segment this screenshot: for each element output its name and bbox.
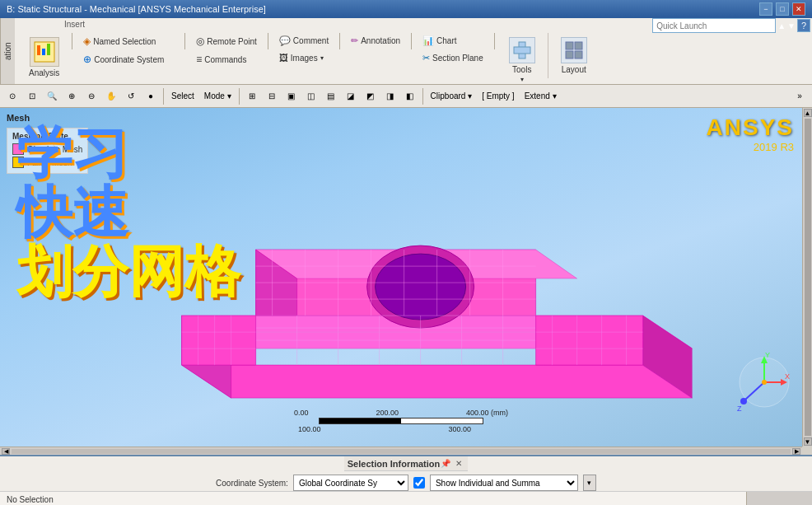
chart-icon: 📊 [422,35,434,46]
svg-marker-47 [536,316,643,365]
legend-obsolete: Obsolete Mesh [12,143,82,155]
filter-btn4[interactable]: ◫ [302,87,320,105]
h-scroll-right[interactable]: ▶ [792,448,800,455]
minimize-button[interactable]: − [759,2,772,16]
pin-icon[interactable]: 📌 [440,458,451,470]
analysis-button[interactable]: Analysis [21,33,67,82]
coordinate-system-select[interactable]: Global Coordinate Sy [293,475,408,491]
panel-close-icon[interactable]: ✕ [453,458,464,470]
select-mode-button[interactable]: Select [167,87,198,105]
annotation-button[interactable]: ✏ Annotation [347,33,404,49]
mesh-legend: Meshing State Obsolete Mesh Failed Mesh [7,128,88,174]
dropdown-arrow-btn[interactable]: ▾ [583,475,596,491]
h-scroll-left[interactable]: ◀ [2,448,10,455]
insert-label: Insert [64,20,85,29]
named-selection-icon: ◈ [83,35,91,47]
window-controls: − □ ✕ [759,2,805,16]
filter-btn8[interactable]: ◨ [381,87,399,105]
tools-icon [509,37,535,63]
pan-button[interactable]: ✋ [102,87,120,105]
comment-icon: 💬 [279,35,291,46]
layout-icon-svg [564,40,584,60]
images-icon: 🖼 [279,53,288,63]
images-button[interactable]: 🖼 Images ▾ [275,50,333,65]
commands-button[interactable]: ≡ Commands [192,51,261,68]
annotation-icon: ✏ [351,35,358,46]
sphere-button[interactable]: ● [142,87,160,105]
chart-button[interactable]: 📊 Chart [418,33,488,49]
rotate-button[interactable]: ↺ [122,87,140,105]
filter-box-btn[interactable]: ⊞ [243,87,261,105]
filter-btn7[interactable]: ◩ [362,87,380,105]
bottom-right-scrollbar [746,492,812,505]
svg-rect-6 [566,42,573,49]
analysis-icon-svg [31,39,58,65]
scroll-up-btn[interactable]: ▲ [804,109,812,117]
layout-button[interactable]: Layout [553,33,595,78]
bottom-bar: Selection Information 📌 ✕ Coordinate Sys… [0,455,812,491]
filter-btn5[interactable]: ▤ [322,87,340,105]
ansys-version-text: 2019 R3 [707,141,794,153]
mode-button[interactable]: Mode ▾ [200,87,236,105]
zoom-region-button[interactable]: 🔍 [43,87,61,105]
ribbon-group-named-selection: ◈ Named Selection ⊕ Coordinate System [74,33,183,68]
filter-btn9[interactable]: ◧ [401,87,419,105]
zoom-fit-button[interactable]: ⊙ [3,87,21,105]
scroll-thumb[interactable] [805,119,811,436]
remote-point-icon: ◎ [196,35,204,47]
svg-rect-7 [575,42,582,49]
failed-color [12,157,24,168]
tools-button[interactable]: Tools ▾ [502,33,543,87]
ribbon-group-analysis: Analysis [18,33,70,82]
section-plane-button[interactable]: ✂ Section Plane [418,50,488,66]
ribbon-group-tools: Tools ▾ [497,33,548,87]
svg-marker-10 [182,365,693,398]
images-dropdown: ▾ [320,54,324,62]
svg-point-18 [376,254,466,320]
selection-info-title: Selection Information [348,459,440,469]
clipboard-button[interactable]: Clipboard ▾ [427,87,477,105]
coordinate-axes: Y X Z [734,352,796,414]
ansys-logo: ANSYS 2019 R3 [707,115,794,153]
zoom-in-button[interactable]: ⊕ [63,87,81,105]
ribbon-group-layout: Layout [548,33,600,78]
obsolete-color [12,143,24,155]
filter-btn2[interactable]: ⊟ [263,87,281,105]
maximize-button[interactable]: □ [776,2,789,16]
separator2 [239,88,240,105]
extend-button[interactable]: Extend ▾ [520,87,561,105]
titlebar: B: Static Structural - Mechanical [ANSYS… [0,0,812,18]
svg-text:Z: Z [737,404,742,413]
filter-btn3[interactable]: ▣ [282,87,301,105]
empty-button[interactable]: [ Empty ] [478,87,518,105]
layout-icon [561,37,587,63]
bottom-panel-title-row: Selection Information 📌 ✕ [344,456,468,471]
analysis-icon [30,37,59,67]
comment-button[interactable]: 💬 Comment [275,33,333,49]
coordinate-system-button[interactable]: ⊕ Coordinate System [79,51,178,68]
commands-icon: ≡ [196,54,202,65]
separator1 [163,88,164,105]
meshing-state-label: Meshing State [12,132,82,141]
h-scrollbar[interactable]: ◀ ▶ [0,447,802,455]
svg-rect-2 [42,49,45,55]
ribbon-group-annotation: ✏ Annotation [342,33,409,49]
filter-btn6[interactable]: ◪ [342,87,360,105]
svg-rect-3 [47,44,50,55]
scroll-down-btn[interactable]: ▼ [804,437,812,446]
show-individual-checkbox[interactable] [413,477,425,489]
ansys-brand-text: ANSYS [707,115,794,141]
named-selection-button[interactable]: ◈ Named Selection [79,33,178,49]
zoom-out-button[interactable]: ⊖ [82,87,100,105]
toolbar-end: » [791,87,809,105]
show-individual-select[interactable]: Show Individual and Summa [430,475,578,491]
analysis-label: Analysis [29,68,59,77]
close-button[interactable]: ✕ [792,2,805,16]
zoom-box-button[interactable]: ⊡ [23,87,41,105]
expand-button[interactable]: » [791,87,809,105]
remote-point-button[interactable]: ◎ Remote Point [192,33,261,49]
viewport-scrollbar[interactable]: ▲ ▼ [802,108,812,447]
insert-group: Insert [15,18,812,84]
scale-bar-graphic [319,418,483,424]
scale-numbers-bottom: 100.00 300.00 [298,425,471,433]
